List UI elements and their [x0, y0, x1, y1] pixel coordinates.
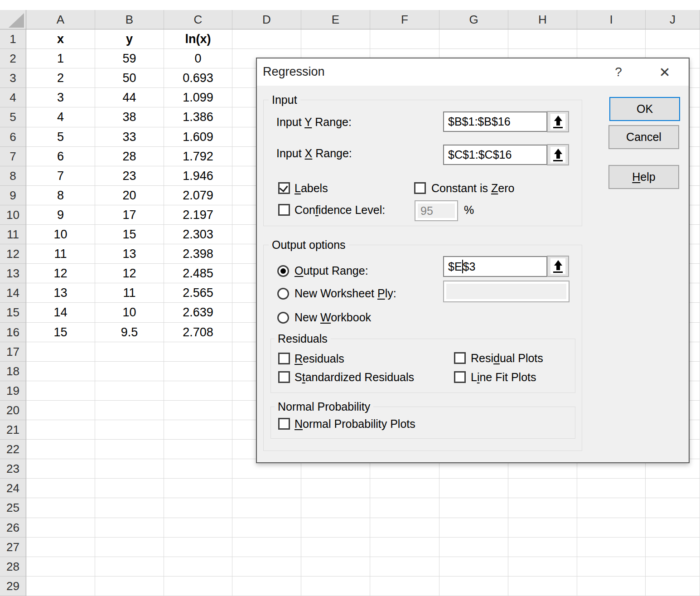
cell-J29[interactable] — [646, 577, 700, 596]
cell-B9[interactable]: 20 — [95, 186, 164, 205]
cell-I1[interactable] — [577, 29, 646, 49]
input-y-range-field[interactable]: $B$1:$B$16 — [443, 111, 547, 132]
cell-A10[interactable]: 9 — [26, 205, 95, 225]
cell-I25[interactable] — [577, 498, 646, 518]
cell-C5[interactable]: 1.386 — [164, 107, 232, 127]
cell-F1[interactable] — [370, 29, 439, 49]
cell-A24[interactable] — [26, 479, 95, 498]
cell-I28[interactable] — [577, 557, 646, 577]
cell-A20[interactable] — [26, 401, 95, 420]
confidence-level-field[interactable]: 95 — [415, 200, 458, 221]
cell-F28[interactable] — [370, 557, 439, 577]
row-header-24[interactable]: 24 — [0, 479, 26, 498]
cell-G28[interactable] — [439, 557, 508, 577]
cell-D1[interactable] — [232, 29, 301, 49]
cell-C14[interactable]: 2.565 — [164, 283, 232, 303]
cell-E1[interactable] — [301, 29, 370, 49]
cell-D29[interactable] — [232, 577, 301, 596]
cell-A21[interactable] — [26, 420, 95, 440]
new-worksheet-ply-radio[interactable] — [277, 288, 289, 300]
cell-F25[interactable] — [370, 498, 439, 518]
cell-G26[interactable] — [439, 518, 508, 538]
cell-A28[interactable] — [26, 557, 95, 577]
cell-C19[interactable] — [164, 381, 232, 401]
cell-B4[interactable]: 44 — [95, 88, 164, 107]
cell-C15[interactable]: 2.639 — [164, 303, 232, 323]
cell-B28[interactable] — [95, 557, 164, 577]
cell-B10[interactable]: 17 — [95, 205, 164, 225]
cell-A9[interactable]: 8 — [26, 186, 95, 205]
cell-B29[interactable] — [95, 577, 164, 596]
cell-B17[interactable] — [95, 342, 164, 362]
cell-E29[interactable] — [301, 577, 370, 596]
cell-A11[interactable]: 10 — [26, 225, 95, 244]
cancel-button[interactable]: Cancel — [608, 125, 679, 149]
cell-F24[interactable] — [370, 479, 439, 498]
cell-B8[interactable]: 23 — [95, 166, 164, 186]
cell-J24[interactable] — [646, 479, 700, 498]
cell-C9[interactable]: 2.079 — [164, 186, 232, 205]
select-all-corner[interactable] — [0, 10, 26, 29]
cell-H26[interactable] — [508, 518, 577, 538]
cell-H1[interactable] — [508, 29, 577, 49]
row-header-23[interactable]: 23 — [0, 459, 26, 479]
row-header-22[interactable]: 22 — [0, 440, 26, 459]
cell-E26[interactable] — [301, 518, 370, 538]
row-header-4[interactable]: 4 — [0, 88, 26, 107]
line-fit-plots-checkbox[interactable] — [454, 371, 466, 383]
confidence-level-checkbox[interactable] — [278, 204, 290, 216]
cell-C6[interactable]: 1.609 — [164, 127, 232, 147]
cell-A14[interactable]: 13 — [26, 283, 95, 303]
output-range-radio[interactable] — [277, 265, 289, 277]
cell-I27[interactable] — [577, 538, 646, 557]
input-x-range-field[interactable]: $C$1:$C$16 — [443, 145, 547, 165]
cell-J25[interactable] — [646, 498, 700, 518]
constant-is-zero-checkbox[interactable] — [414, 182, 426, 194]
cell-C13[interactable]: 2.485 — [164, 264, 232, 283]
cell-E24[interactable] — [301, 479, 370, 498]
row-header-7[interactable]: 7 — [0, 147, 26, 166]
cell-B14[interactable]: 11 — [95, 283, 164, 303]
cell-B13[interactable]: 12 — [95, 264, 164, 283]
cell-G1[interactable] — [439, 29, 508, 49]
cell-G24[interactable] — [439, 479, 508, 498]
row-header-8[interactable]: 8 — [0, 166, 26, 186]
column-header-D[interactable]: D — [232, 10, 301, 29]
column-header-C[interactable]: C — [164, 10, 232, 29]
row-header-17[interactable]: 17 — [0, 342, 26, 362]
cell-A3[interactable]: 2 — [26, 68, 95, 88]
cell-B12[interactable]: 13 — [95, 244, 164, 264]
cell-C11[interactable]: 2.303 — [164, 225, 232, 244]
cell-B5[interactable]: 38 — [95, 107, 164, 127]
row-header-13[interactable]: 13 — [0, 264, 26, 283]
cell-B26[interactable] — [95, 518, 164, 538]
cell-C17[interactable] — [164, 342, 232, 362]
cell-C21[interactable] — [164, 420, 232, 440]
cell-E25[interactable] — [301, 498, 370, 518]
cell-B6[interactable]: 33 — [95, 127, 164, 147]
normal-probability-plots-checkbox[interactable] — [278, 418, 290, 430]
cell-A19[interactable] — [26, 381, 95, 401]
cell-C27[interactable] — [164, 538, 232, 557]
cell-B19[interactable] — [95, 381, 164, 401]
row-header-11[interactable]: 11 — [0, 225, 26, 244]
cell-B25[interactable] — [95, 498, 164, 518]
row-header-25[interactable]: 25 — [0, 498, 26, 518]
cell-B1[interactable]: y — [95, 29, 164, 49]
cell-C12[interactable]: 2.398 — [164, 244, 232, 264]
row-header-9[interactable]: 9 — [0, 186, 26, 205]
cell-E27[interactable] — [301, 538, 370, 557]
new-worksheet-ply-field[interactable] — [443, 281, 570, 302]
cell-B20[interactable] — [95, 401, 164, 420]
cell-G29[interactable] — [439, 577, 508, 596]
cell-C3[interactable]: 0.693 — [164, 68, 232, 88]
cell-C8[interactable]: 1.946 — [164, 166, 232, 186]
cell-H28[interactable] — [508, 557, 577, 577]
cell-B16[interactable]: 9.5 — [95, 323, 164, 342]
row-header-1[interactable]: 1 — [0, 29, 26, 49]
column-header-B[interactable]: B — [95, 10, 164, 29]
cell-A13[interactable]: 12 — [26, 264, 95, 283]
row-header-14[interactable]: 14 — [0, 283, 26, 303]
row-header-2[interactable]: 2 — [0, 49, 26, 68]
cell-A12[interactable]: 11 — [26, 244, 95, 264]
